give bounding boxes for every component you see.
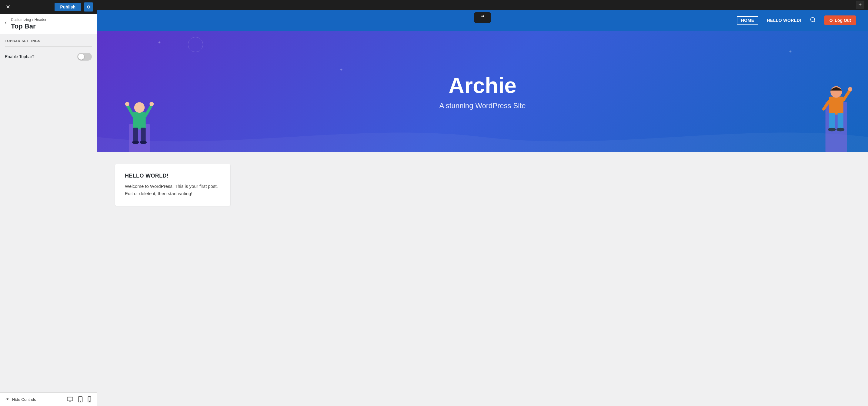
publish-button[interactable]: Publish bbox=[55, 3, 81, 11]
mobile-device-button[interactable] bbox=[87, 396, 92, 403]
hide-controls-button[interactable]: 👁 Hide Controls bbox=[5, 397, 36, 402]
eye-icon: 👁 bbox=[5, 397, 10, 402]
quote-icon: ❝ bbox=[474, 12, 491, 23]
deco-star-2: ✦ bbox=[788, 49, 792, 54]
hero-title: Archie bbox=[448, 73, 517, 98]
svg-point-21 bbox=[828, 128, 836, 131]
svg-point-16 bbox=[149, 102, 154, 106]
preview-area: + ❝ HOME HELLO WORLD! ⊙ bbox=[97, 0, 868, 406]
figure-left-svg bbox=[121, 83, 158, 152]
enable-topbar-row: Enable Topbar? bbox=[0, 46, 97, 67]
gear-button[interactable]: ⚙ bbox=[84, 2, 93, 11]
svg-rect-0 bbox=[67, 397, 73, 401]
svg-point-15 bbox=[125, 102, 129, 106]
svg-rect-7 bbox=[133, 112, 146, 130]
deco-circle-1 bbox=[188, 37, 203, 52]
breadcrumb-customizing: Customizing bbox=[11, 18, 31, 22]
hero-wave bbox=[97, 122, 868, 152]
search-button[interactable] bbox=[810, 17, 816, 24]
device-switcher bbox=[66, 396, 92, 403]
breadcrumb-header: Header bbox=[35, 18, 46, 22]
desktop-icon bbox=[67, 397, 73, 402]
toggle-slider bbox=[77, 53, 92, 61]
svg-point-11 bbox=[140, 140, 147, 144]
add-new-button[interactable]: + bbox=[856, 1, 864, 9]
deco-star-1: ✦ bbox=[158, 40, 161, 45]
logout-icon: ⊙ bbox=[829, 18, 833, 23]
svg-point-25 bbox=[848, 87, 852, 91]
svg-point-4 bbox=[89, 401, 90, 402]
admin-bar: + bbox=[97, 0, 868, 10]
tablet-device-button[interactable] bbox=[77, 396, 83, 403]
hide-controls-label: Hide Controls bbox=[12, 397, 36, 402]
breadcrumb-arrow-icon: › bbox=[32, 18, 33, 22]
svg-line-14 bbox=[146, 105, 152, 116]
enable-topbar-toggle[interactable] bbox=[77, 53, 92, 61]
customizer-panel: ✕ Publish ⚙ ‹ Customizing › Header Top B… bbox=[0, 0, 97, 406]
svg-point-2 bbox=[80, 401, 81, 402]
breadcrumb-text: Customizing › Header Top Bar bbox=[11, 18, 46, 30]
blog-card-excerpt: Welcome to WordPress. This is your first… bbox=[125, 183, 221, 197]
logout-label: Log Out bbox=[835, 18, 851, 23]
breadcrumb-title: Top Bar bbox=[11, 23, 46, 30]
site-content: ❝ HOME HELLO WORLD! ⊙ Log Out bbox=[97, 10, 868, 406]
panel-toolbar: ✕ Publish ⚙ bbox=[0, 0, 97, 14]
back-button[interactable]: ‹ bbox=[4, 18, 8, 27]
svg-rect-8 bbox=[133, 128, 138, 142]
svg-rect-20 bbox=[838, 113, 843, 129]
content-area: HELLO WORLD! Welcome to WordPress. This … bbox=[97, 152, 868, 406]
svg-rect-19 bbox=[829, 113, 835, 129]
svg-point-22 bbox=[836, 128, 844, 131]
svg-point-12 bbox=[134, 102, 145, 113]
section-label: TOPBAR SETTINGS bbox=[5, 39, 92, 46]
breadcrumb-area: ‹ Customizing › Header Top Bar bbox=[0, 14, 97, 34]
svg-line-13 bbox=[127, 105, 133, 116]
svg-rect-9 bbox=[141, 128, 146, 142]
panel-bottom-bar: 👁 Hide Controls bbox=[0, 393, 97, 406]
nav-item-hello-world[interactable]: HELLO WORLD! bbox=[767, 18, 801, 23]
quote-badge: ❝ bbox=[474, 12, 491, 23]
blog-card-title: HELLO WORLD! bbox=[125, 173, 221, 179]
enable-topbar-label: Enable Topbar? bbox=[5, 54, 35, 59]
blog-card: HELLO WORLD! Welcome to WordPress. This … bbox=[115, 164, 230, 206]
topbar-settings-section: TOPBAR SETTINGS bbox=[0, 34, 97, 46]
nav-item-home[interactable]: HOME bbox=[737, 16, 758, 25]
hero-section: ✦ ✦ ✦ bbox=[97, 31, 868, 152]
search-icon bbox=[810, 17, 816, 23]
close-button[interactable]: ✕ bbox=[4, 3, 12, 11]
mobile-icon bbox=[88, 396, 91, 402]
figure-right-svg bbox=[816, 73, 856, 152]
svg-point-5 bbox=[811, 17, 815, 21]
tablet-icon bbox=[78, 396, 83, 402]
svg-point-10 bbox=[132, 140, 139, 144]
svg-rect-18 bbox=[829, 97, 843, 115]
breadcrumb-path: Customizing › Header bbox=[11, 18, 46, 22]
hero-subtitle: A stunning WordPress Site bbox=[439, 101, 526, 110]
svg-line-24 bbox=[843, 91, 850, 100]
logout-button[interactable]: ⊙ Log Out bbox=[824, 15, 856, 25]
site-nav: HOME HELLO WORLD! ⊙ Log Out bbox=[737, 15, 856, 25]
deco-star-3: ✦ bbox=[339, 67, 343, 72]
desktop-device-button[interactable] bbox=[66, 396, 74, 403]
